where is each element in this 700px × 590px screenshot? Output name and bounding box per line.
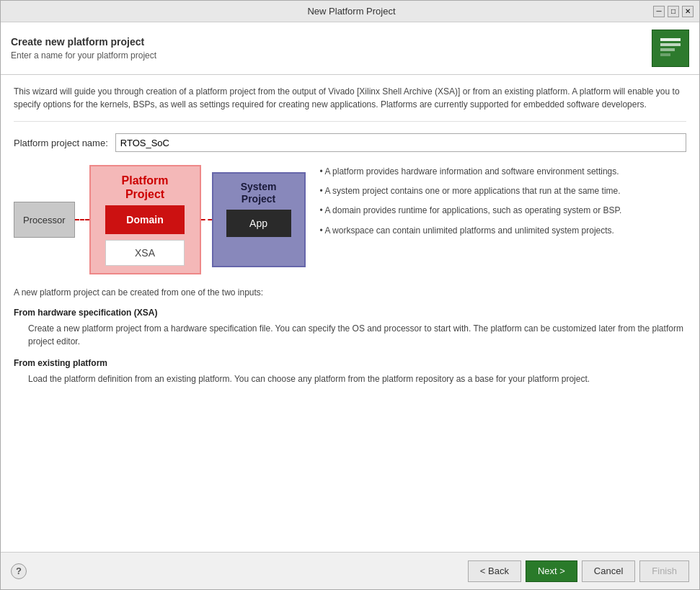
finish-button[interactable]: Finish bbox=[639, 560, 689, 582]
help-button[interactable]: ? bbox=[11, 563, 27, 579]
maximize-button[interactable]: □ bbox=[668, 6, 679, 17]
header-text: Create new platform project Enter a name… bbox=[11, 36, 156, 61]
processor-box: Processor bbox=[14, 202, 75, 238]
domain-box: Domain bbox=[105, 205, 185, 234]
header-section: Create new platform project Enter a name… bbox=[1, 22, 699, 75]
project-name-input[interactable] bbox=[115, 133, 686, 152]
minimize-button[interactable]: ─ bbox=[653, 6, 665, 17]
close-button[interactable]: ✕ bbox=[682, 6, 694, 17]
from-xsa-heading: From hardware specification (XSA) bbox=[14, 306, 686, 319]
svg-rect-3 bbox=[660, 48, 675, 51]
info-bullet-1: • A platform provides hardware informati… bbox=[320, 165, 686, 179]
xsa-box: XSA bbox=[105, 240, 185, 266]
footer-buttons: < Back Next > Cancel Finish bbox=[468, 560, 689, 582]
connector-line-2 bbox=[201, 219, 212, 220]
system-project-box: System Project App bbox=[212, 172, 306, 267]
next-button[interactable]: Next > bbox=[526, 560, 577, 582]
cancel-button[interactable]: Cancel bbox=[582, 560, 635, 582]
diagram-wrapper: Processor Platform Project Domain XSA bbox=[14, 165, 306, 274]
processor-label: Processor bbox=[23, 215, 66, 225]
main-window: New Platform Project ─ □ ✕ Create new pl… bbox=[0, 0, 700, 590]
info-bullet-2: • A system project contains one or more … bbox=[320, 184, 686, 198]
info-panel: • A platform provides hardware informati… bbox=[320, 165, 686, 274]
window-title: New Platform Project bbox=[50, 6, 653, 17]
from-xsa-desc: Create a new platform project from a har… bbox=[28, 322, 686, 348]
svg-rect-2 bbox=[660, 43, 681, 46]
page-subtext: Enter a name for your platform project bbox=[11, 50, 156, 61]
window-controls: ─ □ ✕ bbox=[653, 6, 694, 17]
platform-project-title: Platform Project bbox=[118, 166, 172, 205]
footer-left: ? bbox=[11, 563, 27, 579]
info-bullet-3: • A domain provides runtime for applicat… bbox=[320, 204, 686, 218]
project-name-row: Platform project name: bbox=[14, 133, 686, 152]
platform-project-box: Platform Project Domain XSA bbox=[89, 165, 201, 274]
project-name-label: Platform project name: bbox=[14, 138, 108, 148]
content-area: This wizard will guide you through creat… bbox=[1, 75, 699, 552]
svg-rect-1 bbox=[660, 38, 681, 41]
diagram-info-row: Processor Platform Project Domain XSA bbox=[14, 165, 686, 274]
title-bar: New Platform Project ─ □ ✕ bbox=[1, 1, 699, 22]
inputs-intro: A new platform project can be created fr… bbox=[14, 286, 686, 299]
page-heading: Create new platform project bbox=[11, 36, 156, 48]
from-existing-desc: Load the platform definition from an exi… bbox=[28, 372, 686, 385]
header-icon bbox=[652, 30, 689, 67]
info-bullet-4: • A workspace can contain unlimited plat… bbox=[320, 224, 686, 238]
back-button[interactable]: < Back bbox=[468, 560, 521, 582]
footer: ? < Back Next > Cancel Finish bbox=[1, 552, 699, 589]
platform-icon bbox=[657, 35, 684, 62]
description-text: This wizard will guide you through creat… bbox=[14, 85, 686, 122]
inputs-section: A new platform project can be created fr… bbox=[14, 286, 686, 385]
app-box: App bbox=[226, 210, 291, 237]
svg-rect-4 bbox=[660, 53, 670, 56]
connector-line-1 bbox=[75, 219, 89, 220]
from-existing-heading: From existing platform bbox=[14, 357, 686, 370]
system-project-title: System Project bbox=[237, 174, 280, 210]
